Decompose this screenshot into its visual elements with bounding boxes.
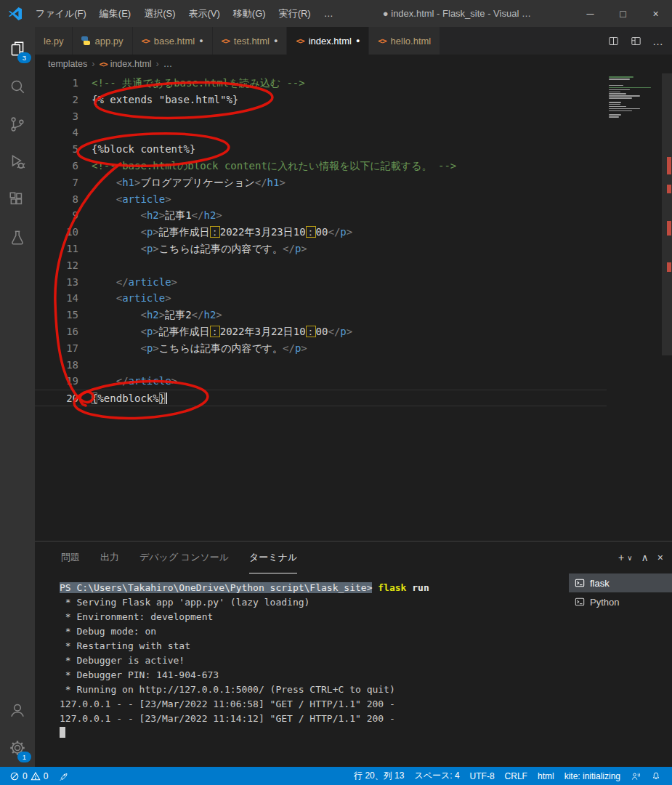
code-line[interactable]: 20{%endblock%} bbox=[35, 390, 607, 406]
code-token: < bbox=[140, 309, 146, 321]
breadcrumb-item[interactable]: <>index.html bbox=[99, 59, 151, 69]
menu-item[interactable]: … bbox=[317, 0, 340, 27]
menu-item[interactable]: 実行(R) bbox=[272, 0, 317, 27]
tab-le-py[interactable]: le.py bbox=[35, 27, 73, 55]
code-line[interactable]: 1<!-- 共通であるbase.htmlを読み込む --> bbox=[35, 75, 607, 92]
line-number: 7 bbox=[35, 174, 92, 191]
terminal-line[interactable] bbox=[60, 726, 569, 741]
status-item[interactable]: kite: initializing bbox=[559, 767, 626, 785]
code-line[interactable]: 17 <p>こちらは記事の内容です。</p> bbox=[35, 340, 607, 357]
code-line[interactable]: 18 bbox=[35, 357, 607, 374]
scrollbar-thumb[interactable] bbox=[662, 73, 672, 355]
status-item[interactable]: スペース: 4 bbox=[409, 767, 464, 785]
tab-index-html[interactable]: <>index.html● bbox=[287, 27, 369, 55]
code-line[interactable]: 4 bbox=[35, 124, 607, 141]
panel-tab[interactable]: ターミナル bbox=[249, 542, 297, 573]
terminal-line[interactable]: * Debug mode: on bbox=[60, 624, 569, 639]
tab-test-html[interactable]: <>test.html● bbox=[213, 27, 288, 55]
code-line[interactable]: 2{% extends "base.html"%} bbox=[35, 92, 607, 108]
panel-tab[interactable]: 問題 bbox=[61, 542, 80, 573]
maximize-button[interactable]: □ bbox=[607, 0, 639, 27]
menu-item[interactable]: 編集(E) bbox=[93, 0, 137, 27]
terminal-line[interactable]: 127.0.0.1 - - [23/Mar/2022 11:06:58] "GE… bbox=[60, 697, 569, 712]
breadcrumb-item[interactable]: … bbox=[163, 59, 173, 69]
code-text: </article> bbox=[92, 274, 177, 291]
terminal-line[interactable]: * Restarting with stat bbox=[60, 639, 569, 653]
extensions-icon[interactable] bbox=[0, 181, 35, 219]
overview-ruler-mark bbox=[667, 157, 671, 174]
code-line[interactable]: 9 <h2>記事1</h2> bbox=[35, 207, 607, 224]
split-editor-icon[interactable] bbox=[607, 35, 620, 47]
code-line[interactable]: 14 <article> bbox=[35, 290, 607, 307]
code-line[interactable]: 10 <p>記事作成日：2022年3月23日10：00</p> bbox=[35, 224, 607, 241]
code-line[interactable]: 16 <p>記事作成日：2022年3月22日10：00</p> bbox=[35, 323, 607, 340]
code-line[interactable]: 3 bbox=[35, 108, 607, 125]
minimap[interactable] bbox=[607, 73, 657, 541]
line-number: 6 bbox=[35, 158, 92, 174]
notifications-status[interactable] bbox=[646, 767, 666, 785]
editor-scrollbar[interactable] bbox=[662, 73, 672, 541]
close-button[interactable]: × bbox=[639, 0, 672, 27]
code-line[interactable]: 12 bbox=[35, 257, 607, 274]
launch-status[interactable] bbox=[53, 767, 73, 785]
breadcrumb-item[interactable]: templates bbox=[48, 59, 87, 69]
terminal-text: * Debugger PIN: 141-904-673 bbox=[60, 669, 219, 680]
terminal-profile-dropdown[interactable]: ∨ bbox=[627, 554, 632, 562]
terminal-line[interactable]: * Running on http://127.0.0.1:5000/ (Pre… bbox=[60, 683, 569, 697]
new-terminal-button[interactable]: + bbox=[618, 552, 624, 563]
terminal-icon bbox=[575, 578, 585, 588]
status-item[interactable]: 行 20、列 13 bbox=[349, 767, 409, 785]
minimap-line bbox=[609, 106, 626, 108]
tab-app-py[interactable]: app.py bbox=[73, 27, 132, 55]
terminal-list-item[interactable]: flask bbox=[569, 573, 672, 592]
close-panel-button[interactable]: × bbox=[657, 552, 663, 563]
accessibility-status[interactable] bbox=[626, 767, 646, 785]
terminal-output[interactable]: PS C:\Users\Takahiro\OneDrive\Python scr… bbox=[35, 573, 569, 767]
problems-status[interactable]: 0 0 bbox=[4, 767, 53, 785]
code-line[interactable]: 19 </article> bbox=[35, 373, 607, 390]
code-line[interactable]: 13 </article> bbox=[35, 274, 607, 291]
terminal-line[interactable]: * Debugger PIN: 141-904-673 bbox=[60, 668, 569, 683]
run-debug-icon[interactable] bbox=[0, 143, 35, 181]
minimize-button[interactable]: ─ bbox=[574, 0, 607, 27]
terminal-line[interactable]: PS C:\Users\Takahiro\OneDrive\Python scr… bbox=[60, 581, 569, 595]
status-item[interactable]: html bbox=[533, 767, 559, 785]
code-line[interactable]: 15 <h2>記事2</h2> bbox=[35, 307, 607, 323]
terminal-line[interactable]: * Environment: development bbox=[60, 610, 569, 624]
more-actions-icon[interactable]: … bbox=[652, 36, 663, 47]
code-token: 記事1 bbox=[165, 209, 191, 221]
test-beaker-icon[interactable] bbox=[0, 219, 35, 257]
menu-item[interactable]: ファイル(F) bbox=[29, 0, 93, 27]
code-line[interactable]: 7 <h1>ブログアプリケーション</h1> bbox=[35, 174, 607, 191]
customize-layout-icon[interactable] bbox=[630, 35, 642, 47]
search-icon[interactable] bbox=[0, 68, 35, 105]
explorer-icon[interactable]: 3 bbox=[0, 30, 35, 68]
terminal-line[interactable]: * Serving Flask app 'app.py' (lazy loadi… bbox=[60, 595, 569, 610]
status-item[interactable]: CRLF bbox=[500, 767, 533, 785]
account-icon[interactable] bbox=[0, 691, 35, 729]
tab-strip: le.pyapp.py<>base.html●<>test.html●<>ind… bbox=[35, 27, 440, 55]
terminal-line[interactable]: * Debugger is active! bbox=[60, 653, 569, 668]
terminal-line[interactable]: 127.0.0.1 - - [23/Mar/2022 11:14:12] "GE… bbox=[60, 712, 569, 726]
tab-base-html[interactable]: <>base.html● bbox=[133, 27, 213, 55]
settings-gear-icon[interactable]: 1 bbox=[0, 729, 35, 767]
terminal-list-item[interactable]: Python bbox=[569, 592, 672, 611]
menu-item[interactable]: 表示(V) bbox=[182, 0, 227, 27]
panel-tab[interactable]: 出力 bbox=[100, 542, 119, 573]
status-item[interactable]: UTF-8 bbox=[465, 767, 500, 785]
code-line[interactable]: 6<!-- base.htmlのblock contentに入れたい情報を以下に… bbox=[35, 158, 607, 174]
terminal-text: * Environment: development bbox=[60, 611, 213, 622]
tab-hello-html[interactable]: <>hello.html bbox=[369, 27, 440, 55]
terminal-list: flaskPython bbox=[569, 573, 672, 767]
person-waves-icon bbox=[631, 771, 641, 781]
code-token: </ bbox=[192, 209, 204, 221]
menu-item[interactable]: 選択(S) bbox=[137, 0, 182, 27]
maximize-panel-button[interactable]: ∧ bbox=[641, 552, 649, 563]
code-line[interactable]: 11 <p>こちらは記事の内容です。</p> bbox=[35, 241, 607, 257]
code-token: </ bbox=[328, 326, 340, 337]
code-line[interactable]: 5{%block content%} bbox=[35, 141, 607, 158]
menu-item[interactable]: 移動(G) bbox=[227, 0, 272, 27]
code-line[interactable]: 8 <article> bbox=[35, 191, 607, 208]
panel-tab[interactable]: デバッグ コンソール bbox=[139, 542, 229, 573]
source-control-icon[interactable] bbox=[0, 105, 35, 143]
